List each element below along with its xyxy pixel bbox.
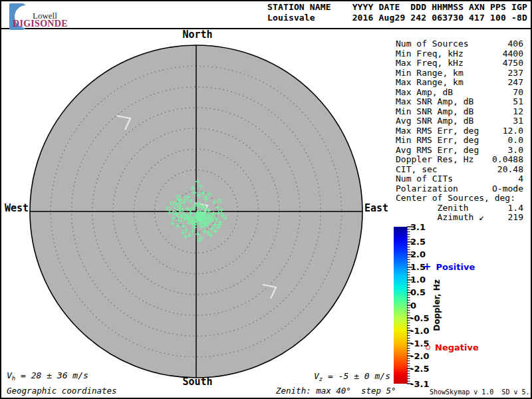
colorbar-tick-label: -2.5	[410, 364, 429, 373]
colorbar-tick-label: 1.0	[410, 275, 426, 284]
stat-row: Max Amp, dB70	[396, 88, 523, 98]
stat-label: Max Range, km	[396, 78, 464, 88]
stat-row: Doppler Res, Hz0.0488	[396, 155, 523, 165]
stat-value: 219	[508, 213, 523, 223]
stat-label: Avg RMS Err, deg	[396, 146, 479, 156]
stat-value: 12.0	[503, 126, 523, 136]
stat-row: Num of Sources406	[396, 39, 523, 49]
stat-label: Num of Sources	[396, 39, 469, 49]
colorbar-tick-label: 3.1	[410, 223, 426, 231]
station-header-row2: Louisvale 2016 Aug29 242 063730 417 100 …	[267, 13, 527, 23]
stat-value: 12	[513, 107, 523, 117]
stat-value: 4400	[503, 49, 523, 59]
colorbar-tick-label: -3.1	[410, 380, 429, 388]
colorbar-title: Doppler, Hz	[432, 279, 442, 331]
software-version-label: ShowSkymap v 1.0 SD v 5.1	[430, 388, 532, 396]
stat-row: Azimuth ↙219	[396, 213, 523, 223]
stat-row: Avg SNR Amp, dB31	[396, 116, 523, 126]
compass-label-east: East	[364, 202, 388, 214]
stat-row: Avg RMS Err, deg3.0	[396, 146, 523, 156]
colorbar-tick-label: -0.5	[410, 314, 429, 323]
stat-value: 3.0	[508, 146, 523, 156]
stat-value: 70	[513, 88, 523, 98]
compass-label-north: North	[181, 29, 214, 41]
stat-label: Min Range, km	[396, 68, 464, 78]
stat-row: Max RMS Err, deg12.0	[396, 126, 523, 136]
stat-row: Min Freq, kHz4400	[396, 49, 523, 59]
stat-row: Max Freq, kHz4750	[396, 59, 523, 68]
stat-label: Min SNR Amp, dB	[396, 107, 473, 117]
doppler-colorbar	[394, 227, 407, 384]
stat-value: O-mode	[492, 184, 523, 194]
horizontal-velocity-text: Vh = 28 ± 36 m/s	[7, 370, 88, 382]
stat-row: Min SNR Amp, dB12	[396, 107, 523, 117]
compass-label-south: South	[181, 376, 214, 388]
stat-label: Max Amp, dB	[396, 88, 453, 98]
legend-negative: Negative	[426, 342, 479, 352]
stat-value: 4750	[503, 59, 523, 68]
stat-label: Zenith	[396, 203, 469, 213]
positive-marker-icon: +	[423, 263, 432, 271]
legend-negative-label: Negative	[435, 342, 479, 352]
stat-row: Min RMS Err, deg0.0	[396, 136, 523, 146]
logo-digisonde-text: DIGISONDE	[13, 19, 68, 29]
compass-label-west: West	[3, 202, 29, 214]
legend-positive-label: Positive	[436, 262, 475, 272]
colorbar-tick-label: -1.0	[410, 327, 429, 335]
header-separator-line	[0, 28, 532, 29]
stat-value: 247	[508, 78, 523, 88]
stat-value: 0.0488	[492, 155, 523, 165]
stat-row: CIT, sec20.48	[396, 165, 523, 175]
stat-value: 0.0	[508, 136, 523, 146]
stat-row: Zenith1.4	[396, 203, 523, 213]
stat-label: Polarization	[396, 184, 458, 194]
stat-label: Avg SNR Amp, dB	[396, 116, 473, 126]
colorbar-tick-label: 0	[410, 301, 416, 310]
stat-label: Min RMS Err, deg	[396, 136, 479, 146]
colorbar-tick-label: 0.5	[410, 288, 426, 297]
coordinates-label: Geographic coordinates	[7, 386, 117, 396]
stat-label: Min Freq, kHz	[396, 49, 464, 59]
stat-value: 406	[508, 39, 523, 49]
stat-value: 20.48	[497, 165, 523, 175]
stat-value: 31	[513, 116, 523, 126]
station-header: STATION NAME YYYY DATE DDD HHMMSS AXN PP…	[267, 2, 527, 23]
stat-row: Max Range, km247	[396, 78, 523, 88]
stat-row: Center of Sources, deg:	[396, 194, 523, 203]
zenith-range-note: Zenith: max 40° step 5°	[276, 386, 396, 396]
stat-row: Min Range, km237	[396, 68, 523, 78]
skymap-window: Lowell DIGISONDE STATION NAME YYYY DATE …	[0, 0, 532, 399]
stat-label: Num of CITs	[396, 174, 453, 184]
stat-label: Azimuth ↙	[396, 213, 484, 223]
stat-label: CIT, sec	[396, 165, 438, 175]
stat-value: 237	[508, 68, 523, 78]
stat-value: 1.4	[508, 203, 523, 213]
colorbar-tick-label: 2.0	[410, 250, 426, 259]
stat-row: PolarizationO-mode	[396, 184, 523, 194]
stat-label: Max SNR Amp, dB	[396, 97, 473, 107]
stat-value: 4	[518, 174, 523, 184]
vertical-velocity-text: Vz = -5 ± 0 m/s	[314, 371, 390, 382]
stat-row: Max SNR Amp, dB51	[396, 97, 523, 107]
colorbar-tick-label: 2.5	[410, 237, 426, 246]
stat-label: Doppler Res, Hz	[396, 155, 473, 165]
stats-panel: Num of Sources406Min Freq, kHz4400Max Fr…	[396, 39, 523, 223]
negative-marker-icon	[426, 345, 430, 350]
station-header-row1: STATION NAME YYYY DATE DDD HHMMSS AXN PP…	[267, 2, 527, 12]
stat-label: Center of Sources, deg:	[396, 194, 515, 203]
stat-label: Max Freq, kHz	[396, 59, 464, 68]
colorbar-tick-label: -2.0	[410, 352, 429, 360]
stat-label: Max RMS Err, deg	[396, 126, 479, 136]
stat-row: Num of CITs4	[396, 174, 523, 184]
legend-positive: + Positive	[423, 262, 475, 272]
stat-value: 51	[513, 97, 523, 107]
